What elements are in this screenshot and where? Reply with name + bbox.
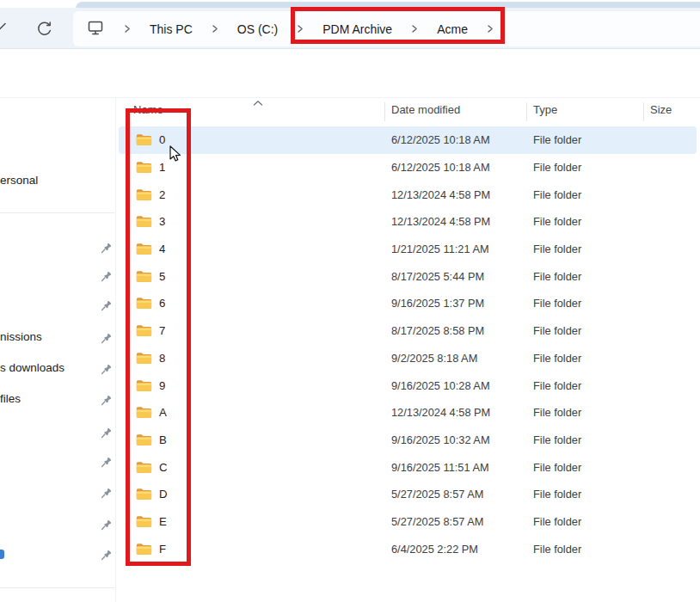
- file-name: 6: [159, 297, 165, 310]
- file-type: File folder: [533, 243, 581, 255]
- column-header-size[interactable]: Size: [650, 103, 672, 116]
- sidebar-pinned-item[interactable]: [0, 295, 115, 316]
- file-row[interactable]: C 9/16/2025 11:51 AM File folder: [119, 453, 697, 481]
- file-type: File folder: [533, 270, 581, 283]
- sidebar-pinned-item[interactable]: [0, 544, 115, 565]
- folder-icon: [136, 133, 152, 146]
- sidebar-pinned-item[interactable]: nissions: [0, 328, 115, 348]
- file-type: File folder: [533, 406, 581, 419]
- pin-icon: [101, 487, 112, 502]
- file-date-modified: 9/16/2025 10:28 AM: [391, 379, 490, 392]
- file-type: File folder: [533, 352, 581, 365]
- file-name: F: [159, 543, 166, 556]
- pin-icon: [101, 299, 112, 315]
- file-row[interactable]: 1 6/12/2025 10:18 AM File folder: [119, 154, 697, 181]
- file-name: 7: [159, 324, 165, 337]
- breadcrumb-os-c[interactable]: OS (C:): [237, 22, 278, 36]
- pin-icon: [101, 549, 112, 564]
- file-name: E: [159, 515, 167, 528]
- file-name: 5: [159, 270, 165, 283]
- sidebar-pinned-item[interactable]: [0, 237, 115, 258]
- pin-icon: [101, 456, 112, 471]
- pin-icon: [101, 427, 112, 442]
- file-row[interactable]: B 9/16/2025 10:32 AM File folder: [119, 427, 697, 454]
- sidebar-pinned-item[interactable]: s downloads: [0, 359, 115, 379]
- pane-separator: [115, 98, 116, 602]
- column-header-date-modified[interactable]: Date modified: [391, 103, 460, 116]
- file-date-modified: 12/13/2024 4:58 PM: [391, 188, 490, 201]
- file-row[interactable]: 3 12/13/2024 4:58 PM File folder: [119, 208, 697, 236]
- file-date-modified: 6/12/2025 10:18 AM: [391, 133, 490, 146]
- sidebar-pinned-item[interactable]: [0, 514, 115, 535]
- file-row[interactable]: D 5/27/2025 8:57 AM File folder: [119, 481, 697, 508]
- file-type: File folder: [533, 433, 581, 446]
- column-separator[interactable]: [526, 102, 527, 121]
- sidebar-pinned-item[interactable]: [0, 422, 115, 443]
- pin-icon: [101, 363, 112, 378]
- file-explorer-window: This PC OS (C:) PDM Archive Acme: [0, 0, 700, 602]
- refresh-icon: [36, 21, 52, 37]
- sidebar-item-label-fragment: s downloads: [0, 361, 64, 374]
- column-separator[interactable]: [643, 102, 644, 121]
- address-breadcrumb-input[interactable]: This PC OS (C:) PDM Archive Acme: [73, 11, 700, 46]
- sidebar-pinned-item[interactable]: [0, 452, 115, 472]
- clipped-nav-arrow-fragment: [0, 19, 6, 34]
- file-row[interactable]: 4 1/21/2025 11:21 AM File folder: [119, 236, 697, 263]
- pin-icon: [101, 270, 112, 286]
- refresh-button[interactable]: [33, 17, 55, 40]
- sidebar-pinned-item[interactable]: [0, 266, 115, 286]
- folder-icon: [136, 379, 152, 392]
- folder-icon: [136, 324, 152, 337]
- file-name: 9: [159, 379, 165, 392]
- file-row[interactable]: 8 9/2/2025 8:18 AM File folder: [119, 345, 697, 372]
- file-date-modified: 6/12/2025 10:18 AM: [391, 161, 490, 174]
- file-row[interactable]: 0 6/12/2025 10:18 AM File folder: [119, 126, 697, 154]
- file-row[interactable]: E 5/27/2025 8:57 AM File folder: [119, 508, 697, 536]
- cursor-arrow-icon: [169, 145, 182, 167]
- column-separator[interactable]: [384, 102, 385, 121]
- breadcrumb-pdm-archive[interactable]: PDM Archive: [322, 22, 392, 36]
- file-row[interactable]: A 12/13/2024 4:58 PM File folder: [119, 399, 697, 427]
- sidebar-divider: [0, 587, 114, 588]
- file-row[interactable]: 6 9/16/2025 1:37 PM File folder: [119, 290, 697, 317]
- column-header-name[interactable]: Name: [133, 103, 163, 116]
- file-name: 2: [159, 188, 165, 201]
- clipped-sidebar-icon-fragment: [0, 550, 4, 559]
- file-rows: 0 6/12/2025 10:18 AM File folder 1 6/12/…: [119, 126, 697, 562]
- file-type: File folder: [533, 379, 581, 392]
- folder-icon: [136, 243, 152, 255]
- column-header-type[interactable]: Type: [533, 103, 557, 116]
- address-bar: This PC OS (C:) PDM Archive Acme: [0, 8, 700, 49]
- breadcrumb-chevron-icon[interactable]: [487, 22, 494, 36]
- sidebar-item-label-fragment: files: [0, 392, 21, 405]
- file-row[interactable]: 2 12/13/2024 4:58 PM File folder: [119, 181, 697, 208]
- file-date-modified: 9/2/2025 8:18 AM: [391, 352, 477, 365]
- sidebar-pinned-item[interactable]: [0, 482, 115, 503]
- file-type: File folder: [533, 133, 581, 146]
- breadcrumb-this-pc[interactable]: This PC: [150, 22, 193, 36]
- file-date-modified: 8/17/2025 5:44 PM: [391, 270, 484, 283]
- pin-icon: [101, 242, 112, 257]
- folder-icon: [136, 188, 152, 201]
- sidebar-pinned-item[interactable]: files: [0, 390, 115, 410]
- file-row[interactable]: 5 8/17/2025 5:44 PM File folder: [119, 262, 697, 290]
- file-type: File folder: [533, 515, 581, 528]
- folder-icon: [136, 543, 152, 556]
- pin-icon: [101, 519, 112, 534]
- file-row[interactable]: F 6/4/2025 2:22 PM File folder: [119, 535, 697, 562]
- pin-icon: [101, 394, 112, 409]
- breadcrumb-chevron-icon[interactable]: [212, 22, 218, 36]
- file-row[interactable]: 9 9/16/2025 10:28 AM File folder: [119, 372, 697, 399]
- breadcrumb-chevron-icon[interactable]: [411, 22, 418, 36]
- breadcrumb-chevron-icon[interactable]: [124, 22, 131, 36]
- breadcrumb-acme[interactable]: Acme: [437, 22, 468, 36]
- folder-icon: [136, 297, 152, 310]
- sidebar-item-onedrive-personal[interactable]: ersonal: [0, 174, 38, 187]
- navigation-pane: ersonal nissions: [0, 98, 115, 602]
- file-date-modified: 1/21/2025 11:21 AM: [391, 243, 489, 255]
- folder-icon: [136, 406, 152, 419]
- sidebar-item-label-fragment: nissions: [0, 330, 42, 343]
- file-row[interactable]: 7 8/17/2025 8:58 PM File folder: [119, 317, 697, 345]
- breadcrumb-chevron-icon[interactable]: [297, 22, 304, 36]
- pin-icon: [101, 332, 112, 347]
